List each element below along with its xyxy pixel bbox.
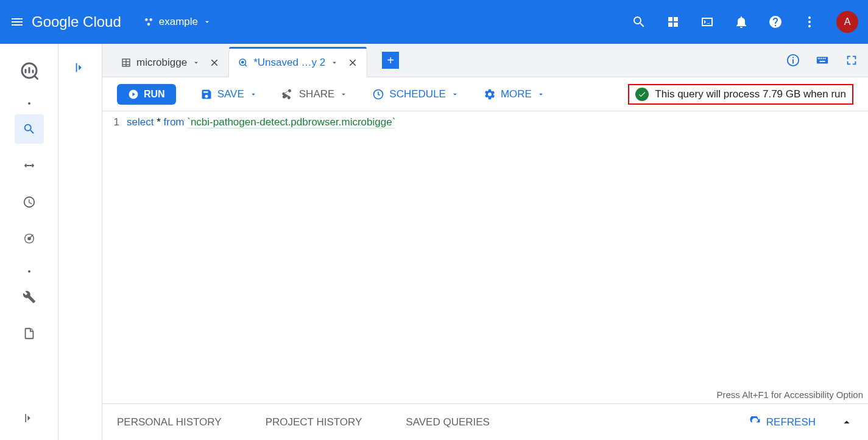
play-icon: [128, 89, 139, 100]
sql-editor[interactable]: 1 select * from `ncbi-pathogen-detect.pd…: [102, 111, 868, 403]
transfer-icon: [23, 159, 36, 172]
tab-project-history[interactable]: PROJECT HISTORY: [266, 416, 362, 428]
toolbar: RUN SAVE SHARE SCHEDULE MORE: [102, 77, 868, 111]
sidebar-item-settings[interactable]: [15, 282, 44, 312]
tab-saved-queries[interactable]: SAVED QUERIES: [406, 416, 490, 428]
svg-rect-12: [818, 58, 819, 59]
tab-microbigge[interactable]: microbigge: [112, 48, 228, 77]
expand-icon: [74, 61, 87, 74]
save-label: SAVE: [217, 88, 244, 100]
share-label: SHARE: [299, 88, 335, 100]
chevron-down-icon[interactable]: [330, 58, 339, 67]
run-label: RUN: [144, 89, 165, 100]
schedule-label: SCHEDULE: [389, 88, 446, 100]
keyboard-icon[interactable]: [814, 54, 830, 67]
code-line[interactable]: select * from `ncbi-pathogen-detect.pdbr…: [127, 116, 868, 403]
run-button[interactable]: RUN: [117, 84, 176, 105]
sidebar-divider: [28, 102, 30, 105]
fullscreen-icon[interactable]: [845, 54, 858, 67]
svg-point-4: [808, 21, 811, 23]
sidebar-item-query[interactable]: [15, 114, 44, 144]
status-text: This query will process 7.79 GB when run: [655, 88, 846, 100]
cloud-shell-icon[interactable]: [700, 15, 715, 29]
sidebar-collapse[interactable]: [15, 403, 44, 433]
refresh-label: REFRESH: [766, 416, 816, 428]
share-icon: [282, 88, 294, 100]
schedule-button[interactable]: SCHEDULE: [372, 88, 459, 100]
svg-point-2: [147, 23, 150, 26]
tabs: microbigge *Unsaved …y 2 +: [102, 44, 868, 77]
more-label: MORE: [501, 88, 532, 100]
svg-point-5: [808, 25, 811, 27]
sidebar: [0, 44, 58, 440]
explorer-toggle[interactable]: [58, 44, 102, 440]
svg-rect-11: [817, 57, 828, 64]
avatar-letter: A: [844, 16, 851, 27]
line-number: 1: [102, 116, 127, 403]
clock-icon: [372, 88, 384, 100]
search-icon[interactable]: [632, 15, 646, 29]
tab-label: *Unsaved …y 2: [253, 57, 325, 69]
table-icon: [121, 57, 132, 68]
logo[interactable]: Google Cloud: [32, 13, 121, 30]
chevron-down-icon: [451, 90, 459, 99]
logo-text: Google Cloud: [32, 13, 121, 30]
wrench-icon: [23, 290, 36, 304]
sidebar-divider: [28, 270, 30, 273]
svg-point-10: [241, 61, 244, 64]
chevron-down-icon: [203, 18, 211, 26]
top-header: Google Cloud example A: [0, 0, 868, 44]
chevron-up-icon[interactable]: [840, 416, 853, 429]
sidebar-item-reservations[interactable]: [15, 224, 44, 253]
document-icon: [23, 327, 36, 340]
clock-icon: [23, 195, 36, 209]
project-name: example: [159, 16, 198, 28]
svg-point-0: [145, 18, 148, 21]
sidebar-item-resources[interactable]: [15, 319, 44, 348]
tab-personal-history[interactable]: PERSONAL HISTORY: [117, 416, 222, 428]
gift-icon[interactable]: [666, 15, 680, 29]
check-icon: [635, 88, 649, 101]
query-status: This query will process 7.79 GB when run: [628, 84, 853, 105]
target-icon: [23, 232, 36, 245]
close-tab-button[interactable]: [209, 57, 220, 68]
svg-rect-17: [819, 61, 825, 62]
chevron-down-icon[interactable]: [192, 58, 200, 67]
avatar[interactable]: A: [836, 11, 858, 33]
menu-icon[interactable]: [10, 15, 24, 29]
chevron-down-icon: [249, 90, 258, 99]
svg-rect-15: [823, 58, 824, 59]
chevron-down-icon: [537, 90, 545, 99]
svg-rect-14: [821, 58, 822, 59]
chevron-down-icon: [339, 90, 348, 99]
refresh-icon: [749, 416, 761, 428]
more-vert-icon[interactable]: [802, 15, 817, 29]
sidebar-item-overview[interactable]: [15, 56, 44, 85]
svg-rect-16: [825, 58, 826, 59]
gear-icon: [484, 88, 496, 100]
close-tab-button[interactable]: [347, 57, 358, 68]
query-icon: [238, 57, 249, 68]
save-icon: [200, 88, 213, 100]
bell-icon[interactable]: [734, 15, 749, 29]
svg-rect-13: [819, 58, 820, 59]
search-icon: [23, 122, 36, 136]
info-icon[interactable]: [786, 54, 800, 67]
accessibility-hint: Press Alt+F1 for Accessibility Option: [716, 389, 863, 400]
sidebar-item-scheduled[interactable]: [15, 187, 44, 217]
more-button[interactable]: MORE: [484, 88, 545, 100]
help-icon[interactable]: [768, 15, 783, 29]
tab-label: microbigge: [136, 57, 187, 69]
collapse-icon: [23, 412, 35, 424]
share-button[interactable]: SHARE: [282, 88, 348, 100]
svg-point-3: [808, 16, 811, 19]
save-button[interactable]: SAVE: [200, 88, 258, 100]
analytics-icon: [18, 60, 40, 82]
svg-point-1: [149, 18, 152, 21]
sidebar-item-transfers[interactable]: [15, 151, 44, 180]
project-selector[interactable]: example: [143, 16, 211, 28]
project-icon: [143, 16, 154, 27]
refresh-button[interactable]: REFRESH: [749, 416, 816, 428]
tab-unsaved-query[interactable]: *Unsaved …y 2: [228, 48, 367, 77]
add-tab-button[interactable]: +: [382, 52, 399, 69]
